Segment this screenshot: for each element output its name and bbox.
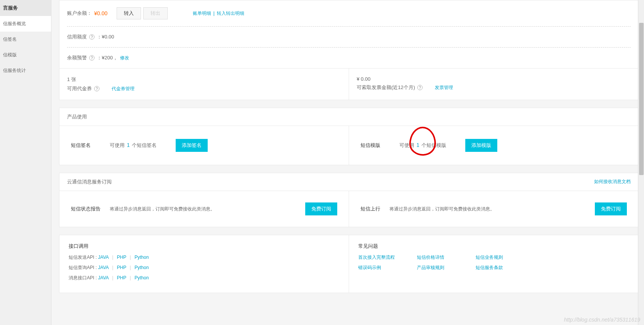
status-report-desc: 将通过异步消息返回，订阅即可免费接收此类消息。 — [110, 206, 298, 212]
template-title: 短信模版 — [360, 142, 380, 149]
voucher-manage-link[interactable]: 代金券管理 — [112, 86, 135, 92]
subscribe-status-button[interactable]: 免费订阅 — [305, 202, 337, 215]
invoice-amount: ¥ 0.00 — [357, 76, 631, 82]
sign-count: 1 — [127, 142, 130, 148]
subscribe-upstream-button[interactable]: 免费订阅 — [595, 202, 627, 215]
api-java-link[interactable]: JAVA — [98, 265, 109, 270]
help-icon[interactable]: ? — [417, 85, 423, 90]
bottom-card: 接口调用 短信发送API : JAVA | PHP | Python 短信查询A… — [59, 235, 639, 293]
sidebar-item-overview[interactable]: 信服务概览 — [0, 16, 51, 32]
vertical-scrollbar[interactable] — [638, 0, 644, 325]
divider — [67, 26, 631, 27]
api-row-send: 短信发送API : JAVA | PHP | Python — [69, 254, 340, 261]
sidebar-item-stats[interactable]: 信服务统计 — [0, 63, 51, 78]
scrollbar-thumb[interactable] — [639, 23, 644, 175]
divider — [67, 47, 631, 48]
api-header: 接口调用 — [69, 243, 340, 250]
api-php-link[interactable]: PHP — [117, 275, 126, 280]
upstream-title: 短信上行 — [360, 206, 380, 212]
sign-usage-text: 可使用 1 个短信签名 — [110, 142, 157, 149]
upstream-desc: 将通过异步消息返回，订阅即可免费接收此类消息。 — [389, 206, 587, 212]
subscribe-header: 云通信消息服务订阅 — [67, 178, 112, 185]
add-template-button[interactable]: 添加模版 — [465, 139, 497, 152]
api-php-link[interactable]: PHP — [117, 255, 126, 260]
faq-link[interactable]: 首次接入完整流程 — [358, 254, 412, 261]
bill-detail-link[interactable]: 账单明细 — [193, 11, 211, 16]
credit-label: 信用额度 — [67, 33, 87, 40]
api-java-link[interactable]: JAVA — [98, 255, 109, 260]
api-python-link[interactable]: Python — [135, 255, 149, 260]
faq-link[interactable]: 错误码示例 — [358, 264, 412, 271]
api-php-link[interactable]: PHP — [117, 265, 126, 270]
voucher-invoice-row: 1 张 可用代金券 ? 代金券管理 ¥ 0.00 可索取发票金额(近12个月) … — [59, 68, 638, 100]
usage-header: 产品使用 — [67, 113, 87, 120]
faq-link[interactable]: 短信价格详情 — [417, 254, 470, 261]
transfer-out-button: 转出 — [143, 7, 168, 19]
transfer-in-button[interactable]: 转入 — [117, 7, 141, 19]
credit-amount: ：¥0.00 — [97, 33, 114, 40]
subscribe-doc-link[interactable]: 如何接收消息文档 — [594, 178, 631, 185]
api-python-link[interactable]: Python — [135, 265, 149, 270]
usage-card: 产品使用 短信签名 可使用 1 个短信签名 添加签名 短信模版 可使用 — [59, 108, 639, 165]
help-icon[interactable]: ? — [89, 55, 95, 61]
faq-header: 常见问题 — [358, 243, 629, 250]
sidebar-item-template[interactable]: 信模版 — [0, 47, 51, 63]
annotation-circle — [409, 127, 436, 156]
invoice-label: 可索取发票金额(近12个月) — [357, 84, 415, 91]
help-icon[interactable]: ? — [94, 86, 99, 91]
main-content: 账户余额： ¥0.00 转入 转出 账单明细 | 转入转出明细 信用额度 ? ：… — [51, 0, 644, 325]
sidebar: 言服务 信服务概览 信签名 信模版 信服务统计 — [0, 0, 51, 325]
faq-link[interactable]: 产品审核规则 — [417, 264, 470, 271]
template-count: 1 — [417, 142, 420, 148]
api-java-link[interactable]: JAVA — [98, 275, 109, 280]
warning-label: 余额预警 — [67, 54, 87, 61]
balance-amount: ¥0.00 — [94, 10, 107, 16]
warning-amount: ：¥200， — [97, 54, 118, 61]
sidebar-item-signature[interactable]: 信签名 — [0, 32, 51, 47]
modify-link[interactable]: 修改 — [120, 55, 129, 61]
invoice-manage-link[interactable]: 发票管理 — [435, 84, 453, 91]
sidebar-header: 言服务 — [0, 0, 51, 16]
separator: | — [213, 10, 215, 16]
api-row-message: 消息接口API : JAVA | PHP | Python — [69, 275, 340, 281]
status-report-title: 短信状态报告 — [71, 206, 101, 212]
voucher-count: 1 张 — [67, 76, 341, 83]
template-usage-text: 可使用 1 个短信模版 — [399, 142, 446, 149]
help-icon[interactable]: ? — [89, 34, 95, 40]
watermark: http://blog.csdn.net/a735311619 — [564, 317, 640, 323]
add-sign-button[interactable]: 添加签名 — [176, 139, 208, 152]
api-row-query: 短信查询API : JAVA | PHP | Python — [69, 264, 340, 271]
balance-label: 账户余额： — [67, 10, 92, 17]
subscribe-card: 云通信消息服务订阅 如何接收消息文档 短信状态报告 将通过异步消息返回，订阅即可… — [59, 173, 639, 227]
sign-title: 短信签名 — [71, 142, 91, 149]
api-python-link[interactable]: Python — [135, 275, 149, 280]
voucher-label: 可用代金券 — [67, 85, 92, 92]
faq-link[interactable]: 短信服务条款 — [476, 264, 529, 271]
balance-card: 账户余额： ¥0.00 转入 转出 账单明细 | 转入转出明细 信用额度 ? ：… — [59, 0, 639, 100]
faq-link[interactable]: 短信业务规则 — [476, 254, 529, 261]
transfer-detail-link[interactable]: 转入转出明细 — [217, 11, 244, 16]
